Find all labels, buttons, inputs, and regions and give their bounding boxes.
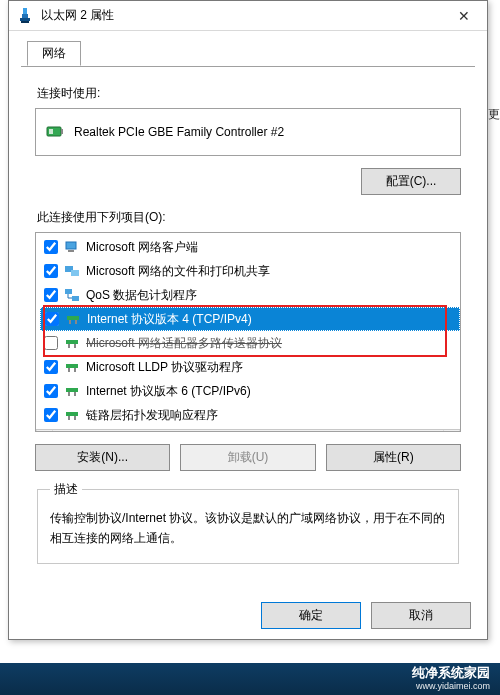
description-legend: 描述 xyxy=(50,481,82,498)
list-item[interactable]: Microsoft 网络适配器多路传送器协议 xyxy=(40,331,460,355)
item-checkbox[interactable] xyxy=(44,264,58,278)
qos-icon xyxy=(64,287,80,303)
svg-rect-2 xyxy=(20,18,30,21)
proto-icon xyxy=(64,335,80,351)
item-label: Internet 协议版本 4 (TCP/IPv4) xyxy=(87,311,252,328)
svg-rect-21 xyxy=(74,368,76,372)
dialog-buttons: 确定 取消 xyxy=(261,602,471,629)
list-item[interactable]: Internet 协议版本 4 (TCP/IPv4) xyxy=(40,307,460,331)
list-item[interactable]: QoS 数据包计划程序 xyxy=(40,283,460,307)
scroll-right-icon[interactable]: ► xyxy=(443,430,460,432)
item-checkbox[interactable] xyxy=(45,312,59,326)
list-item[interactable]: Microsoft LLDP 协议驱动程序 xyxy=(40,355,460,379)
window-title: 以太网 2 属性 xyxy=(41,7,441,24)
item-label: Microsoft 网络客户端 xyxy=(86,239,198,256)
svg-rect-5 xyxy=(49,129,53,134)
svg-rect-13 xyxy=(67,316,79,320)
svg-rect-15 xyxy=(75,320,77,324)
item-label: Microsoft LLDP 协议驱动程序 xyxy=(86,359,243,376)
list-item[interactable]: Microsoft 网络客户端 xyxy=(40,235,460,259)
proto-icon xyxy=(64,359,80,375)
item-checkbox[interactable] xyxy=(44,384,58,398)
svg-rect-23 xyxy=(68,392,70,396)
install-button[interactable]: 安装(N)... xyxy=(35,444,170,471)
svg-rect-1 xyxy=(22,14,28,18)
item-label: Microsoft 网络适配器多路传送器协议 xyxy=(86,335,282,352)
watermark: 纯净系统家园 www.yidaimei.com xyxy=(412,666,490,691)
close-button[interactable]: ✕ xyxy=(441,1,487,31)
share-icon xyxy=(64,263,80,279)
ok-button[interactable]: 确定 xyxy=(261,602,361,629)
item-label: Microsoft 网络的文件和打印机共享 xyxy=(86,263,270,280)
window-icon xyxy=(17,8,33,24)
item-label: 链路层拓扑发现响应程序 xyxy=(86,407,218,424)
configure-button[interactable]: 配置(C)... xyxy=(361,168,461,195)
svg-rect-27 xyxy=(74,416,76,420)
nic-icon xyxy=(46,123,64,141)
list-item[interactable]: Internet 协议版本 6 (TCP/IPv6) xyxy=(40,379,460,403)
svg-rect-8 xyxy=(68,250,74,252)
svg-rect-6 xyxy=(61,129,63,134)
cropped-background-text: 更 xyxy=(488,106,500,123)
item-properties-button[interactable]: 属性(R) xyxy=(326,444,461,471)
properties-dialog: 以太网 2 属性 ✕ 网络 连接时使用: Realtek PCIe GBE Fa… xyxy=(8,0,488,640)
scroll-left-icon[interactable]: ◄ xyxy=(36,430,53,432)
client-icon xyxy=(64,239,80,255)
cancel-button[interactable]: 取消 xyxy=(371,602,471,629)
svg-rect-12 xyxy=(72,296,79,301)
connect-using-label: 连接时使用: xyxy=(37,85,461,102)
proto-icon xyxy=(64,383,80,399)
description-text: 传输控制协议/Internet 协议。该协议是默认的广域网络协议，用于在不同的相… xyxy=(50,508,446,549)
item-checkbox[interactable] xyxy=(44,336,58,350)
titlebar[interactable]: 以太网 2 属性 ✕ xyxy=(9,1,487,31)
svg-rect-7 xyxy=(66,242,76,249)
watermark-title: 纯净系统家园 xyxy=(412,666,490,681)
svg-rect-26 xyxy=(68,416,70,420)
svg-rect-14 xyxy=(69,320,71,324)
item-checkbox[interactable] xyxy=(44,360,58,374)
svg-rect-10 xyxy=(71,270,79,276)
scroll-thumb[interactable] xyxy=(53,431,307,432)
svg-rect-24 xyxy=(74,392,76,396)
description-group: 描述 传输控制协议/Internet 协议。该协议是默认的广域网络协议，用于在不… xyxy=(37,481,459,564)
list-item[interactable]: 链路层拓扑发现响应程序 xyxy=(40,403,460,427)
svg-rect-18 xyxy=(74,344,76,348)
adapter-name: Realtek PCIe GBE Family Controller #2 xyxy=(74,125,284,139)
horizontal-scrollbar[interactable]: ◄ ► xyxy=(36,429,460,432)
tab-strip: 网络 xyxy=(21,41,475,67)
items-label: 此连接使用下列项目(O): xyxy=(37,209,461,226)
tab-network[interactable]: 网络 xyxy=(27,41,81,66)
svg-rect-16 xyxy=(66,340,78,344)
item-checkbox[interactable] xyxy=(44,288,58,302)
svg-rect-20 xyxy=(68,368,70,372)
item-checkbox[interactable] xyxy=(44,240,58,254)
tab-panel: 连接时使用: Realtek PCIe GBE Family Controlle… xyxy=(21,67,475,574)
item-label: QoS 数据包计划程序 xyxy=(86,287,197,304)
list-item[interactable]: Microsoft 网络的文件和打印机共享 xyxy=(40,259,460,283)
taskbar: 纯净系统家园 www.yidaimei.com xyxy=(0,663,500,695)
svg-rect-25 xyxy=(66,412,78,416)
svg-rect-22 xyxy=(66,388,78,392)
item-label: Internet 协议版本 6 (TCP/IPv6) xyxy=(86,383,251,400)
svg-rect-3 xyxy=(21,21,29,23)
connection-items-list[interactable]: Microsoft 网络客户端Microsoft 网络的文件和打印机共享QoS … xyxy=(35,232,461,432)
svg-rect-17 xyxy=(68,344,70,348)
proto-icon xyxy=(65,311,81,327)
uninstall-button: 卸载(U) xyxy=(180,444,315,471)
svg-rect-0 xyxy=(23,8,27,14)
adapter-box: Realtek PCIe GBE Family Controller #2 xyxy=(35,108,461,156)
item-checkbox[interactable] xyxy=(44,408,58,422)
proto-icon xyxy=(64,407,80,423)
svg-rect-11 xyxy=(65,289,72,294)
svg-rect-19 xyxy=(66,364,78,368)
watermark-url: www.yidaimei.com xyxy=(416,681,490,691)
